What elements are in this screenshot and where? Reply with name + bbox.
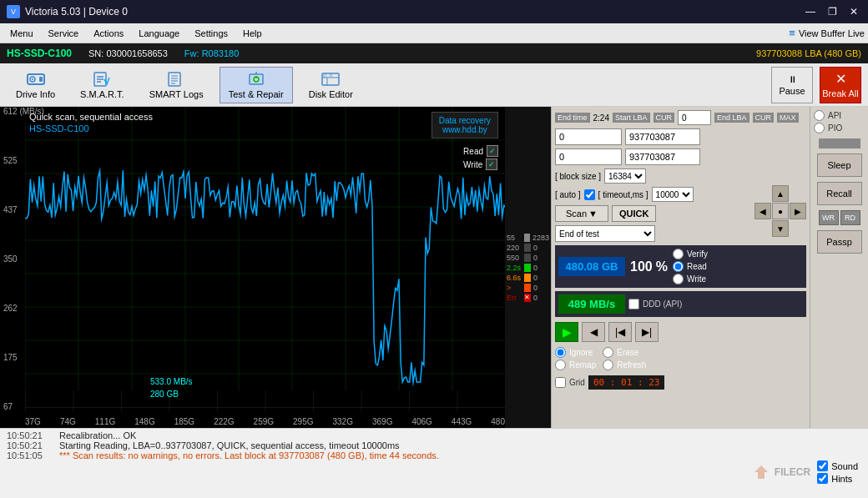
hints-checkbox[interactable] <box>817 473 828 484</box>
menu-item-language[interactable]: Language <box>132 27 186 40</box>
recall-button[interactable]: Recall <box>817 182 862 205</box>
read-checkbox[interactable]: ✓ <box>487 145 498 157</box>
filecr-text: FILECR <box>775 466 810 478</box>
sound-checkbox[interactable] <box>817 460 828 471</box>
api-radio-input[interactable] <box>814 110 825 121</box>
test-repair-button[interactable]: Test & Repair <box>220 67 293 103</box>
write-label: Write <box>687 274 706 284</box>
pause-icon: ⏸ <box>788 74 797 84</box>
cur-label2: CUR <box>753 113 775 123</box>
pio-radio-input[interactable] <box>814 123 825 133</box>
x-label-0: 37G <box>25 417 41 426</box>
write-radio-input[interactable] <box>673 274 684 284</box>
view-buffer-live[interactable]: ≡ View Buffer Live <box>789 27 865 39</box>
rd-button[interactable]: RD <box>840 210 860 225</box>
smart-label: S.M.A.R.T. <box>80 89 124 99</box>
capacity-label: 937703088 LBA (480 GB) <box>756 48 861 58</box>
end-of-test-select[interactable]: End of test Restart Sleep Shutdown <box>555 225 655 242</box>
dpad-down[interactable]: ▼ <box>772 220 789 237</box>
pio-radio: PIO <box>814 123 865 133</box>
smart-logs-button[interactable]: SMART Logs <box>140 67 213 103</box>
disk-editor-button[interactable]: 01 10 Disk Editor <box>300 67 362 103</box>
status-bar: 10:50:21 Recalibration... OK 10:50:21 St… <box>0 428 868 478</box>
svg-point-3 <box>32 78 33 80</box>
cur-label: CUR <box>654 113 675 123</box>
dpad-up[interactable]: ▲ <box>772 185 789 202</box>
timeout-select[interactable]: 10000 <box>652 187 694 202</box>
menu-item-service[interactable]: Service <box>42 27 86 40</box>
toolbar-right: ⏸ Pause ✕ Break All <box>771 67 861 103</box>
skip-fwd-button[interactable]: ▶| <box>635 322 659 342</box>
back-button[interactable]: ◀ <box>582 322 605 342</box>
speed-label: 533.0 MB/s <box>150 377 193 386</box>
hist-bar-55 <box>524 234 530 242</box>
wr-button[interactable]: WR <box>819 210 839 225</box>
verify-radio: Verify <box>673 249 708 259</box>
lba-extra2-input[interactable] <box>625 148 700 165</box>
start-lba-input[interactable] <box>555 128 622 145</box>
svg-text:01: 01 <box>323 73 327 78</box>
menu-item-menu[interactable]: Menu <box>3 27 40 40</box>
menu-item-settings[interactable]: Settings <box>188 27 235 40</box>
x-label-6: 259G <box>254 417 274 426</box>
verify-radio-input[interactable] <box>673 249 684 259</box>
skip-back-button[interactable]: |◀ <box>608 322 632 342</box>
end-lba-input[interactable] <box>625 128 700 145</box>
dpad-right[interactable]: ▶ <box>790 203 806 219</box>
dpad: ▲ ◀ ● ▶ ▼ <box>754 185 806 242</box>
buffer-icon: ≡ <box>789 27 795 39</box>
log-line-3: 10:51:05 *** Scan results: no warnings, … <box>7 450 861 460</box>
sleep-button[interactable]: Sleep <box>817 153 862 177</box>
ddd-checkbox[interactable] <box>628 299 639 309</box>
grid-label: Grid <box>569 378 585 387</box>
minimize-button[interactable]: — <box>803 4 818 19</box>
remap-label: Remap <box>569 360 596 370</box>
sound-label: Sound <box>831 461 858 471</box>
error-radio-group-1: Ignore Remap <box>555 347 596 370</box>
serial-number: SN: 030001658653 <box>88 48 168 58</box>
y-label-1: 525 <box>3 156 44 165</box>
timeout-label: [ timeout,ms ] <box>598 190 648 199</box>
title-bar-controls[interactable]: — ❐ ✕ <box>803 4 861 19</box>
auto-label: [ auto ] <box>555 190 581 199</box>
scan-button[interactable]: Scan ▼ <box>555 205 608 222</box>
quick-button[interactable]: QUICK <box>612 205 656 222</box>
error-radio-group-2: Erase Refresh <box>603 347 646 370</box>
menu-item-actions[interactable]: Actions <box>87 27 130 40</box>
block-size-select[interactable]: 16384 <box>604 169 646 184</box>
refresh-radio-input[interactable] <box>603 360 613 370</box>
auto-checkbox[interactable] <box>584 189 595 200</box>
erase-radio-input[interactable] <box>603 347 613 358</box>
log-time-1: 10:50:21 <box>7 430 53 440</box>
pause-button[interactable]: ⏸ Pause <box>771 67 813 103</box>
grid-checkbox[interactable] <box>555 377 566 388</box>
scan-label: Scan <box>566 209 587 219</box>
remap-radio-input[interactable] <box>555 360 566 370</box>
write-radio: Write <box>673 274 708 284</box>
x-label-10: 406G <box>411 417 431 426</box>
close-button[interactable]: ✕ <box>846 4 861 19</box>
start-lba-cur-input[interactable] <box>678 110 711 125</box>
remap-radio: Remap <box>555 360 596 370</box>
hist-val-err: 0 <box>533 294 537 302</box>
write-checkbox[interactable]: ✓ <box>486 158 497 170</box>
drive-info-button[interactable]: Drive Info <box>7 67 64 103</box>
menu-item-help[interactable]: Help <box>236 27 269 40</box>
maximize-button[interactable]: ❐ <box>825 4 840 19</box>
block-label: 280 GB <box>150 390 179 399</box>
passp-button[interactable]: Passp <box>817 230 862 254</box>
refresh-radio: Refresh <box>603 360 646 370</box>
scan-section: [ block size ] 16384 [ auto ] [ timeout,… <box>555 169 744 242</box>
lba-extra-input[interactable] <box>555 148 622 165</box>
read-radio-input[interactable] <box>673 261 684 272</box>
dpad-left[interactable]: ◀ <box>754 203 771 219</box>
hist-bar-2s <box>524 264 531 272</box>
hist-label-gt: > <box>507 284 522 292</box>
api-label: API <box>828 111 841 120</box>
ignore-radio-input[interactable] <box>555 347 566 358</box>
stats-section: 480.08 GB 100 % Verify Read Write <box>555 245 806 288</box>
dpad-center[interactable]: ● <box>772 203 789 219</box>
play-button[interactable]: ▶ <box>555 322 578 342</box>
break-all-button[interactable]: ✕ Break All <box>820 67 861 103</box>
smart-button[interactable]: S.M.A.R.T. <box>71 67 134 103</box>
